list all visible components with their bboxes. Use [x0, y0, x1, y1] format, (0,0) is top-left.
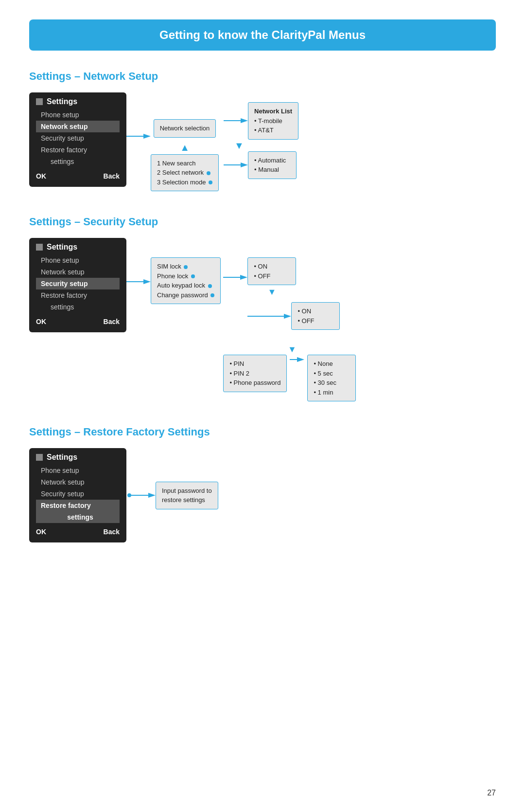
svg-marker-5	[241, 162, 248, 167]
rest-menu-settings-highlighted: settings	[36, 511, 120, 523]
svg-marker-11	[284, 314, 291, 319]
phonelock-row: • ON • OFF	[223, 302, 356, 330]
section-title-network: Settings – Network Setup	[29, 70, 496, 83]
menu-restore-factory: Restore factory	[36, 144, 120, 156]
sec-back-label: Back	[104, 318, 120, 325]
30sec-item: • 30 sec	[314, 378, 350, 388]
svg-marker-3	[241, 118, 248, 123]
settings-icon-3	[36, 454, 43, 461]
network-list-t-mobile: • T-mobile	[254, 116, 292, 126]
dot-changepwd	[210, 293, 214, 297]
arrow-svg-pin-time	[290, 355, 304, 364]
mode-manual: • Manual	[254, 165, 290, 175]
section-security-setup: Settings – Security Setup Settings Phone…	[29, 216, 496, 401]
input-pwd-line2: restore settings	[162, 495, 212, 505]
sec-menu-col: SIM lock Phone lock Auto keypad lock Cha…	[151, 257, 221, 304]
arrow-svg-2	[224, 116, 248, 126]
arrow-down-sec-1: ▼	[267, 287, 276, 297]
5sec-item: • 5 sec	[314, 369, 350, 379]
arrow-down-1: ▼	[224, 140, 298, 151]
net-right-col: Network List • T-mobile • AT&T ▼ • Autom…	[224, 92, 298, 179]
rest-ok-label: OK	[36, 528, 46, 536]
arrow-up-netsel: ▲	[180, 143, 190, 152]
submenu-item-2: 2 Select network	[157, 168, 212, 178]
sim-lock: SIM lock	[157, 262, 214, 271]
change-password: Change password	[157, 290, 214, 300]
svg-marker-1	[143, 134, 151, 139]
arrow-pin-to-time	[290, 355, 304, 364]
settings-title-3: Settings	[47, 453, 77, 462]
settings-icon	[36, 98, 43, 105]
svg-marker-15	[148, 493, 156, 498]
arrow-down-sec-2: ▼	[288, 344, 297, 355]
phone-mockup-network: Settings Phone setup Network setup Secur…	[29, 92, 126, 187]
back-label: Back	[104, 172, 120, 180]
submenu-box: 1 New search 2 Select network 3 Selectio…	[151, 154, 219, 192]
simlock-row: • ON • OFF ▼	[223, 257, 356, 297]
settings-title: Settings	[47, 97, 77, 106]
arrow-phone-to-secmenu	[126, 277, 151, 287]
input-pwd-line1: Input password to	[162, 486, 212, 496]
pin-item: • PIN	[229, 359, 280, 369]
restore-diagram: Settings Phone setup Network setup Secur…	[29, 448, 496, 542]
arrow-svg-1	[126, 131, 151, 141]
svg-marker-9	[240, 275, 247, 280]
rest-back-label: Back	[104, 528, 120, 536]
auto-keypad-lock: Auto keypad lock	[157, 281, 214, 290]
rest-menu-restore-factory-highlighted: Restore factory	[36, 500, 120, 511]
simlock-onoff-col: • ON • OFF ▼	[247, 257, 296, 297]
sec-phone-footer: OK Back	[36, 318, 120, 325]
sec-menu-phone-setup: Phone setup	[36, 254, 120, 266]
pin-box: • PIN • PIN 2 • Phone password	[223, 355, 287, 392]
changepwd-row: ▼ • PIN • PIN 2 • Phone password	[223, 344, 356, 401]
section-title-restore: Settings – Restore Factory Settings	[29, 426, 496, 438]
off-1: • OFF	[254, 271, 290, 281]
dot-select	[207, 171, 210, 175]
section-network-setup: Settings – Network Setup Settings Phone …	[29, 70, 496, 191]
submenu-item-1: 1 New search	[157, 159, 212, 168]
ok-label: OK	[36, 172, 46, 180]
autokeypad-row	[223, 334, 247, 343]
network-list-att: • AT&T	[254, 126, 292, 135]
on-off-box-1: • ON • OFF	[247, 257, 296, 285]
section-title-security: Settings – Security Setup	[29, 216, 496, 228]
on-off-box-2: • ON • OFF	[291, 302, 340, 330]
settings-title-2: Settings	[47, 243, 77, 252]
network-selection-box: Network selection	[154, 119, 216, 138]
sec-menu-settings-sub: settings	[36, 301, 120, 313]
on-1: • ON	[254, 262, 290, 271]
sec-menu-security-setup-highlighted: Security setup	[36, 278, 120, 289]
on-2: • ON	[298, 307, 333, 316]
menu-settings-sub: settings	[36, 156, 120, 167]
phone-lock: Phone lock	[157, 271, 214, 281]
network-selection-label: Network selection	[160, 124, 210, 133]
page-number: 27	[487, 789, 496, 797]
rest-menu-phone-setup: Phone setup	[36, 465, 120, 476]
pin-time-row: • PIN • PIN 2 • Phone password • None	[223, 355, 356, 401]
section-restore-factory: Settings – Restore Factory Settings Sett…	[29, 426, 496, 542]
dot-phonelock	[191, 274, 195, 278]
rest-menu-network-setup: Network setup	[36, 476, 120, 488]
phone-mockup-restore: Settings Phone setup Network setup Secur…	[29, 448, 126, 542]
sec-right-connections: • ON • OFF ▼ • ON • OFF	[223, 257, 356, 401]
arrow-phonelock	[247, 311, 291, 321]
dot-restore	[127, 493, 131, 497]
1min-item: • 1 min	[314, 388, 350, 397]
net-middle-col: Network selection ▲ 1 New search 2 Selec…	[151, 92, 219, 191]
network-diagram: Settings Phone setup Network setup Secur…	[29, 92, 496, 191]
pin2-item: • PIN 2	[229, 369, 280, 379]
arrow-svg-3	[224, 160, 248, 170]
none-item: • None	[314, 359, 350, 369]
header-title: Getting to know the ClarityPal Menus	[44, 28, 481, 42]
arrow-svg-restore	[131, 490, 156, 500]
submenu-item-3: 3 Selection mode	[157, 178, 212, 187]
off-2: • OFF	[298, 316, 333, 326]
phone-footer: OK Back	[36, 172, 120, 180]
security-diagram: Settings Phone setup Network setup Secur…	[29, 238, 496, 401]
dot-selmode	[209, 180, 212, 184]
mode-automatic: • Automatic	[254, 156, 290, 165]
menu-security-setup: Security setup	[36, 132, 120, 144]
sec-menu-restore-factory: Restore factory	[36, 289, 120, 301]
rest-phone-footer: OK Back	[36, 528, 120, 536]
network-list-box: Network List • T-mobile • AT&T	[248, 102, 298, 140]
